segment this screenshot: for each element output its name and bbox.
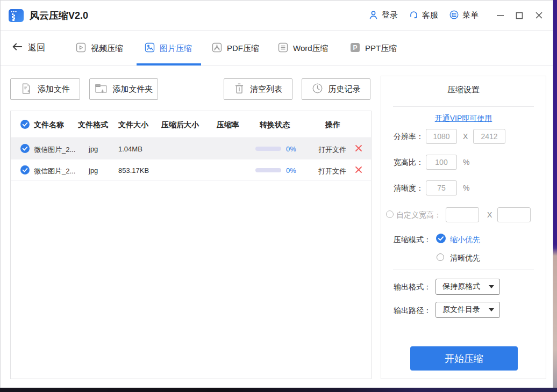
col-header-size: 文件大小 (118, 120, 148, 130)
clarity-input[interactable] (426, 180, 457, 195)
desktop-background-stripe (553, 0, 557, 388)
clear-list-button[interactable]: 清空列表 (224, 78, 292, 100)
clock-icon (312, 83, 323, 96)
aspect-ratio-input[interactable] (426, 155, 457, 170)
login-label: 登录 (382, 10, 398, 20)
add-file-button[interactable]: 添加文件 (10, 78, 80, 100)
main-content: 添加文件 添加文件夹 (1, 66, 553, 388)
resolution-x-separator: X (463, 132, 468, 141)
tab-word-compress[interactable]: Word压缩 (278, 42, 329, 54)
mode-clarity-label[interactable]: 清晰优先 (450, 253, 480, 263)
file-size: 853.17KB (118, 166, 149, 175)
progress-percent: 0% (286, 166, 296, 175)
custom-size-radio[interactable] (386, 210, 394, 218)
vip-link[interactable]: 开通VIP即可使用 (381, 114, 546, 124)
back-button[interactable]: 返回 (11, 42, 45, 54)
mode-clarity-radio[interactable] (437, 253, 444, 261)
history-button[interactable]: 历史记录 (302, 78, 370, 100)
start-compress-button[interactable]: 开始压缩 (410, 346, 518, 371)
file-name: 微信图片_2... (34, 145, 78, 155)
row-checkbox[interactable] (20, 165, 30, 175)
clarity-label: 清晰度： (394, 184, 424, 193)
divider (393, 106, 534, 107)
tab-video-compress[interactable]: 视频压缩 (76, 42, 123, 54)
minimize-button[interactable] (494, 9, 506, 22)
mode-label: 压缩模式： (394, 235, 431, 245)
ppt-tab-icon: P (350, 42, 360, 54)
tab-ppt-compress[interactable]: P PPT压缩 (350, 42, 397, 54)
select-all-checkbox[interactable] (20, 120, 30, 129)
support-button[interactable]: 客服 (409, 10, 438, 21)
tab-label: PPT压缩 (365, 43, 397, 54)
login-button[interactable]: 登录 (368, 10, 398, 21)
tab-pdf-compress[interactable]: PDF压缩 (212, 42, 259, 54)
image-tab-icon (145, 42, 155, 54)
progress-bar (255, 147, 281, 151)
compression-settings-panel: 压缩设置 开通VIP即可使用 分辨率： X 宽高比： % 清晰度： % 自定义宽… (381, 76, 546, 379)
divider (393, 270, 534, 270)
maximize-button[interactable] (513, 9, 526, 22)
titlebar-actions: 登录 客服 (368, 9, 545, 22)
add-folder-icon (95, 83, 108, 96)
mode-shrink-label[interactable]: 缩小优先 (450, 235, 480, 245)
tab-label: PDF压缩 (227, 43, 259, 54)
aspect-ratio-label: 宽高比： (394, 158, 424, 168)
file-format: jpg (89, 166, 98, 175)
file-table: 文件名称 文件格式 文件大小 压缩后大小 压缩率 转换状态 操作 微信图片_2.… (10, 111, 372, 379)
col-header-ratio: 压缩率 (217, 120, 239, 130)
remove-file-icon[interactable] (355, 166, 362, 173)
history-label: 历史记录 (329, 84, 361, 95)
remove-file-icon[interactable] (355, 144, 362, 152)
progress-percent: 0% (286, 145, 296, 153)
video-tab-icon (76, 42, 86, 54)
table-row[interactable]: 微信图片_2... jpg 1.04MB 0% 打开文件 (11, 138, 371, 159)
col-header-name: 文件名称 (34, 120, 64, 130)
back-arrow-icon (11, 42, 23, 54)
chevron-down-icon (489, 308, 494, 311)
desktop-background-bottom (0, 388, 557, 392)
output-format-select[interactable]: 保持原格式 (435, 279, 500, 295)
close-button[interactable] (532, 9, 545, 22)
add-file-icon (20, 83, 32, 96)
table-row[interactable]: 微信图片_2... jpg 853.17KB 0% 打开文件 (11, 159, 371, 181)
tab-image-compress[interactable]: 图片压缩 (145, 42, 192, 54)
aspect-unit: % (463, 158, 469, 166)
custom-height-input[interactable] (497, 207, 531, 222)
output-path-select[interactable]: 原文件目录 (435, 302, 500, 318)
back-label: 返回 (28, 42, 45, 54)
trash-icon (234, 83, 245, 96)
progress-bar (255, 168, 281, 172)
mode-shrink-radio[interactable] (436, 234, 446, 243)
chevron-down-icon (489, 285, 494, 288)
col-header-status: 转换状态 (260, 120, 290, 130)
row-checkbox[interactable] (20, 144, 30, 153)
menu-label: 菜单 (462, 10, 479, 20)
support-label: 客服 (422, 10, 438, 20)
add-file-label: 添加文件 (38, 84, 70, 95)
open-file-link[interactable]: 打开文件 (318, 166, 346, 176)
tabbar: 返回 视频压缩 图 (1, 31, 553, 66)
col-header-format: 文件格式 (78, 120, 108, 130)
file-format: jpg (89, 145, 98, 153)
resolution-width-input[interactable] (426, 129, 457, 144)
file-name: 微信图片_2... (34, 166, 78, 176)
add-folder-label: 添加文件夹 (113, 84, 153, 95)
titlebar: 风云压缩V2.0 登录 (1, 1, 553, 31)
resolution-label: 分辨率： (394, 132, 424, 142)
col-header-action: 操作 (325, 120, 340, 130)
output-format-label: 输出格式： (394, 282, 431, 292)
headset-icon (409, 10, 419, 21)
pdf-tab-icon (212, 42, 222, 54)
app-title: 风云压缩V2.0 (30, 9, 88, 22)
menu-button[interactable]: 菜单 (449, 10, 479, 21)
table-header: 文件名称 文件格式 文件大小 压缩后大小 压缩率 转换状态 操作 (11, 111, 371, 138)
user-icon (368, 10, 379, 21)
custom-x-separator: X (487, 210, 492, 219)
open-file-link[interactable]: 打开文件 (318, 145, 346, 155)
output-path-value: 原文件目录 (442, 305, 480, 315)
file-size: 1.04MB (118, 145, 142, 153)
custom-width-input[interactable] (446, 207, 479, 222)
resolution-height-input[interactable] (473, 129, 505, 144)
add-folder-button[interactable]: 添加文件夹 (89, 78, 158, 100)
custom-size-label: 自定义宽高： (396, 210, 441, 220)
